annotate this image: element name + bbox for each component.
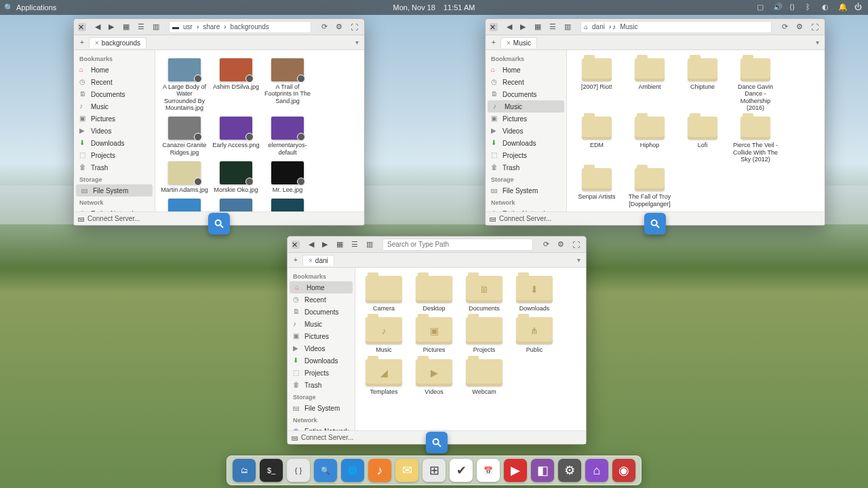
folder-item[interactable]: Pierce The Veil - Collide With The Sky (… — [730, 115, 781, 164]
sidebar-item-recent[interactable]: ◷Recent — [288, 293, 355, 306]
tab-home[interactable]: × dani — [302, 255, 334, 266]
sidebar-item-documents[interactable]: 🗎Documents — [486, 88, 566, 100]
menu-icon[interactable]: ⚙ — [333, 21, 345, 33]
folder-item[interactable]: Senpai Artists — [571, 167, 623, 209]
sidebar-item-videos[interactable]: ▶Videos — [288, 342, 355, 354]
sidebar-item-home[interactable]: ⌂Home — [74, 64, 155, 76]
sidebar-item-pictures[interactable]: ▣Pictures — [74, 113, 155, 125]
dock-search[interactable]: 🔍 — [314, 459, 337, 482]
sidebar-item-music[interactable]: ♪Music — [488, 100, 564, 113]
folder-item[interactable]: 🗎Documents — [460, 274, 509, 313]
folder-item[interactable]: ⬇Downloads — [510, 274, 559, 313]
file-item[interactable]: Nattu Adnan.jpg — [159, 197, 210, 211]
sidebar-item-downloads[interactable]: ⬇Downloads — [288, 354, 355, 367]
sidebar-item-filesystem[interactable]: 🖴File System — [486, 184, 566, 197]
folder-item[interactable]: Desktop — [410, 274, 458, 313]
home-icon[interactable]: ▬ — [172, 23, 179, 30]
connect-server[interactable]: Connect Server... — [499, 215, 551, 222]
view-grid-icon[interactable]: ▦ — [120, 21, 132, 33]
tab-overflow-icon[interactable]: ▾ — [355, 39, 361, 46]
reload-icon[interactable]: ⟳ — [778, 21, 791, 33]
tab-close-icon[interactable]: × — [309, 257, 313, 264]
dock-photos[interactable]: ◧ — [531, 459, 554, 482]
tab-close-icon[interactable]: × — [95, 39, 99, 47]
sidebar-item-filesystem[interactable]: 🖴File System — [288, 402, 355, 414]
sidebar-item-pictures[interactable]: ▣Pictures — [288, 330, 355, 342]
folder-item[interactable]: Hiphop — [624, 115, 675, 164]
network-icon[interactable]: ⟨⟩ — [789, 3, 799, 12]
folder-item[interactable]: Dance Gavin Dance - Mothership (2016) — [730, 57, 781, 113]
sidebar-item-projects[interactable]: ⬚Projects — [288, 367, 355, 379]
sidebar-item-documents[interactable]: 🗎Documents — [74, 88, 155, 100]
bluetooth-icon[interactable]: ᛒ — [806, 3, 815, 12]
dock-terminal[interactable]: $_ — [260, 459, 283, 482]
close-button[interactable]: ✕ — [292, 241, 300, 249]
volume-icon[interactable]: 🔊 — [773, 3, 783, 12]
dock-web[interactable]: 🌐 — [341, 459, 364, 482]
sidebar-item-recent[interactable]: ◷Recent — [74, 76, 155, 88]
new-tab-button[interactable]: + — [488, 39, 499, 46]
sidebar-item-home[interactable]: ⌂Home — [290, 281, 353, 293]
file-item[interactable]: Mr. Lee.jpg — [262, 160, 313, 195]
folder-item[interactable]: ◢Templates — [359, 358, 408, 396]
close-button[interactable]: ✕ — [78, 23, 86, 31]
tab-music[interactable]: × Music — [500, 37, 537, 48]
notifications-icon[interactable]: 🔔 — [838, 3, 848, 12]
file-item[interactable]: Martin Adams.jpg — [159, 160, 210, 195]
pathbar[interactable]: ⌂ dani› ♪ Music — [580, 21, 772, 33]
sidebar-item-pictures[interactable]: ▣Pictures — [486, 113, 566, 125]
spotlight-search[interactable] — [426, 432, 448, 453]
dock-appcenter[interactable]: ⌂ — [585, 459, 608, 482]
dock-screenshot[interactable]: ◉ — [612, 459, 635, 482]
folder-item[interactable]: ▶Videos — [410, 358, 458, 396]
sidebar-item-home[interactable]: ⌂Home — [486, 64, 566, 76]
file-item[interactable]: A Large Body of Water Surrounded By Moun… — [159, 57, 210, 113]
maximize-button[interactable]: ⛶ — [570, 239, 582, 251]
folder-item[interactable]: The Fall of Troy [Doppelganger] — [624, 167, 675, 209]
view-list-icon[interactable]: ☰ — [547, 21, 559, 33]
tab-backgrounds[interactable]: × backgrounds — [89, 37, 146, 48]
view-list-icon[interactable]: ☰ — [349, 239, 361, 251]
view-grid-icon[interactable]: ▦ — [532, 21, 544, 33]
file-item[interactable]: odin-dark.jpg — [262, 197, 313, 211]
folder-item[interactable]: Ambient — [624, 57, 675, 113]
folder-item[interactable]: ♪Music — [359, 316, 408, 354]
panel-date[interactable]: Mon, Nov 18 — [393, 3, 435, 12]
sidebar-item-videos[interactable]: ▶Videos — [74, 125, 155, 137]
file-item[interactable]: Ashim DSilva.jpg — [211, 57, 261, 113]
folder-item[interactable]: Webcam — [460, 358, 509, 396]
file-item[interactable]: A Trail of Footprints In The Sand.jpg — [262, 57, 313, 113]
forward-button[interactable]: ▶ — [517, 21, 529, 33]
sidebar-item-trash[interactable]: 🗑Trash — [288, 379, 355, 391]
folder-item[interactable]: ⋔Public — [510, 316, 559, 354]
view-list-icon[interactable]: ☰ — [135, 21, 147, 33]
sidebar-item-projects[interactable]: ⬚Projects — [486, 149, 566, 161]
file-item[interactable]: Early Access.png — [211, 115, 261, 157]
close-button[interactable]: ✕ — [490, 23, 498, 31]
search-input[interactable] — [382, 239, 533, 251]
view-grid-icon[interactable]: ▦ — [334, 239, 346, 251]
folder-item[interactable]: Projects — [460, 316, 509, 354]
back-button[interactable]: ◀ — [92, 21, 104, 33]
dock-settings[interactable]: ⚙ — [558, 459, 581, 482]
sidebar-item-filesystem[interactable]: 🖴File System — [76, 184, 153, 197]
search-icon[interactable]: 🔍 — [4, 3, 14, 12]
panel-time[interactable]: 11:51 AM — [443, 3, 475, 12]
applications-menu[interactable]: Applications — [16, 3, 56, 12]
back-button[interactable]: ◀ — [305, 239, 317, 251]
sidebar-item-trash[interactable]: 🗑Trash — [486, 161, 566, 174]
dock-tasks[interactable]: ✔ — [450, 459, 473, 482]
reload-icon[interactable]: ⟳ — [540, 239, 552, 251]
session-icon[interactable]: ⏻ — [854, 3, 864, 12]
menu-icon[interactable]: ⚙ — [555, 239, 567, 251]
folder-item[interactable]: Chiptune — [677, 57, 728, 113]
spotlight-search[interactable] — [208, 213, 230, 235]
new-tab-button[interactable]: + — [77, 39, 87, 46]
dock-music[interactable]: ♪ — [368, 459, 391, 482]
dock-mail[interactable]: ✉ — [395, 459, 418, 482]
file-item[interactable]: Canazei Granite Ridges.jpg — [159, 115, 210, 157]
folder-item[interactable]: Camera — [359, 274, 408, 313]
sidebar-item-videos[interactable]: ▶Videos — [486, 125, 566, 137]
file-item[interactable]: elementaryos-default — [262, 115, 313, 157]
tab-close-icon[interactable]: × — [507, 39, 511, 47]
